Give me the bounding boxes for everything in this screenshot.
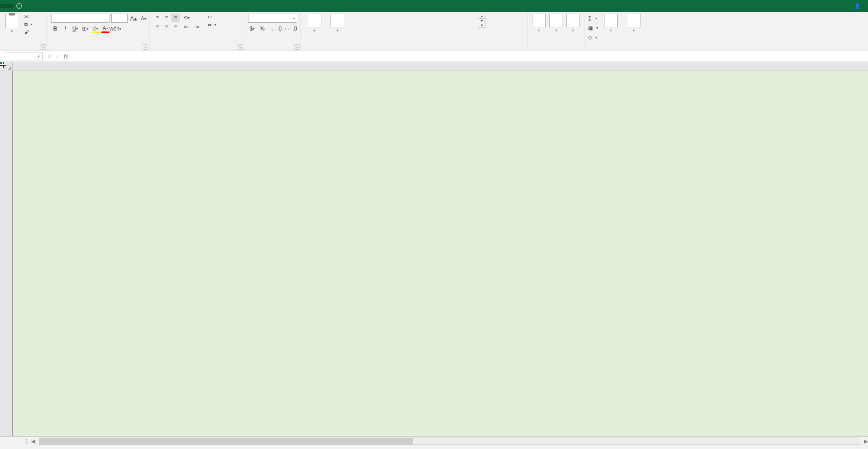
ribbon: ▾ ⧉▾ 🖌 ↘ A▴ A▾ B I U▾ ⊞▾ ◇▾ — [0, 12, 868, 51]
menu-bar: 👤 — [0, 0, 868, 12]
merge-center-button[interactable]: ⇔▾ — [206, 21, 217, 28]
decrease-decimal-button[interactable]: ←.0 — [288, 25, 296, 33]
indent-decrease-button[interactable]: ⇤ — [182, 23, 191, 31]
copy-button[interactable]: ⧉▾ — [23, 21, 34, 28]
select-all-corner[interactable] — [0, 62, 13, 71]
row-headers[interactable] — [0, 71, 13, 436]
find-select-button[interactable]: ▾ — [624, 14, 644, 32]
orientation-button[interactable]: ⟲▾ — [182, 14, 191, 22]
fx-button[interactable]: fx — [64, 53, 68, 60]
dialog-launcher[interactable]: ↘ — [238, 44, 243, 50]
eraser-icon: ◇ — [588, 35, 592, 41]
ribbon-group-cells: ▾ ▾ ▾ — [528, 12, 584, 51]
column-headers[interactable] — [13, 62, 868, 71]
paste-button[interactable]: ▾ — [4, 14, 20, 33]
file-menu[interactable] — [0, 4, 13, 8]
clear-button[interactable]: ◇▾ — [588, 33, 598, 42]
insert-icon — [532, 14, 546, 27]
align-top-button[interactable]: ≡ — [153, 14, 161, 22]
table-icon — [331, 14, 344, 27]
align-right-button[interactable]: ≡ — [171, 23, 180, 31]
phonetic-button[interactable]: wén▾ — [111, 25, 119, 33]
underline-button[interactable]: U▾ — [71, 25, 79, 33]
cell-styles-gallery[interactable] — [350, 14, 475, 35]
brush-icon: 🖌 — [24, 29, 29, 35]
font-color-button[interactable]: A▾ — [101, 25, 109, 33]
fill-color-button[interactable]: ◇▾ — [91, 25, 99, 33]
align-left-button[interactable]: ≡ — [153, 23, 161, 31]
font-size-combo[interactable] — [111, 14, 128, 23]
percent-button[interactable]: % — [258, 25, 266, 33]
indent-increase-button[interactable]: ⇥ — [192, 23, 201, 31]
font-name-combo[interactable] — [51, 14, 109, 23]
format-painter-button[interactable]: 🖌 — [23, 29, 34, 35]
format-icon — [566, 14, 580, 27]
scroll-right-button[interactable]: ▶ — [864, 438, 868, 444]
ribbon-group-alignment: ≡ ≡ ≡ ≡ ≡ ≡ ⟲▾ ⇤ ⇥ ↩ ⇔▾ — [150, 12, 244, 51]
paste-icon — [5, 14, 18, 28]
fill-icon: ▦ — [588, 25, 593, 31]
delete-cells-button[interactable]: ▾ — [549, 14, 563, 32]
align-middle-button[interactable]: ≡ — [162, 14, 170, 22]
share-icon: 👤 — [854, 3, 861, 9]
conditional-format-button[interactable]: ▾ — [305, 14, 325, 32]
border-button[interactable]: ⊞▾ — [81, 25, 89, 33]
merge-icon: ⇔ — [207, 22, 212, 28]
align-bottom-button[interactable]: ≡ — [171, 14, 180, 22]
dialog-launcher[interactable]: ↘ — [143, 44, 148, 50]
insert-cells-button[interactable]: ▾ — [532, 14, 546, 32]
sheet-tab-bar: ⋮ ◀ ▶ — [0, 436, 868, 445]
cancel-formula-button[interactable]: ✕ — [47, 53, 52, 60]
scrollbar-thumb[interactable] — [39, 438, 413, 444]
cond-format-icon — [308, 14, 321, 27]
cells-area[interactable] — [13, 71, 868, 436]
bulb-icon — [16, 3, 22, 9]
tell-me[interactable] — [16, 3, 25, 9]
wrap-text-button[interactable]: ↩ — [206, 14, 217, 21]
wrap-icon: ↩ — [207, 14, 212, 20]
align-center-button[interactable]: ≡ — [162, 23, 170, 31]
enter-formula-button[interactable]: ✓ — [56, 53, 60, 60]
ribbon-group-clipboard: ▾ ⧉▾ 🖌 ↘ — [0, 12, 47, 51]
accounting-button[interactable]: $▾ — [248, 25, 256, 33]
ribbon-group-font: A▴ A▾ B I U▾ ⊞▾ ◇▾ A▾ wén▾ ↘ — [47, 12, 150, 51]
add-sheet-button[interactable] — [15, 440, 22, 442]
scroll-left-button[interactable]: ◀ — [31, 438, 35, 444]
ribbon-group-editing: ∑▾ ▦▾ ◇▾ ▾ ▾ — [584, 12, 684, 51]
name-box[interactable]: ▾ — [3, 52, 43, 61]
fill-button[interactable]: ▦▾ — [588, 23, 598, 32]
find-icon — [627, 14, 641, 27]
formula-bar: ▾ ✕ ✓ fx — [0, 51, 868, 62]
number-format-combo[interactable]: ▾ — [248, 14, 297, 23]
italic-button[interactable]: I — [61, 25, 69, 33]
grow-font-button[interactable]: A▴ — [129, 14, 138, 22]
bold-button[interactable]: B — [51, 25, 59, 33]
formula-input[interactable] — [68, 52, 868, 61]
delete-icon — [549, 14, 563, 27]
sort-icon — [604, 14, 618, 27]
dialog-launcher[interactable]: ↘ — [294, 44, 300, 50]
share-button[interactable]: 👤 — [848, 1, 868, 11]
scissors-icon — [24, 14, 30, 20]
spreadsheet-grid[interactable] — [0, 62, 868, 436]
sort-filter-button[interactable]: ▾ — [601, 14, 621, 32]
increase-decimal-button[interactable]: .0→ — [278, 25, 286, 33]
ribbon-group-number: ▾ $▾ % , .0→ ←.0 ↘ — [244, 12, 301, 51]
gallery-more-button[interactable]: ▴▾≡ — [478, 14, 486, 28]
status-bar — [0, 445, 868, 449]
cut-button[interactable] — [23, 14, 34, 20]
format-as-table-button[interactable]: ▾ — [327, 14, 347, 32]
format-cells-button[interactable]: ▾ — [566, 14, 580, 32]
comma-button[interactable]: , — [268, 25, 276, 33]
shrink-font-button[interactable]: A▾ — [140, 14, 148, 22]
copy-icon: ⧉ — [24, 21, 28, 27]
dialog-launcher[interactable]: ↘ — [41, 44, 46, 50]
sigma-icon: ∑ — [588, 15, 592, 21]
horizontal-scrollbar[interactable] — [39, 438, 860, 445]
autosum-button[interactable]: ∑▾ — [588, 14, 598, 23]
ribbon-group-styles: ▾ ▾ ▴▾≡ — [301, 12, 528, 51]
